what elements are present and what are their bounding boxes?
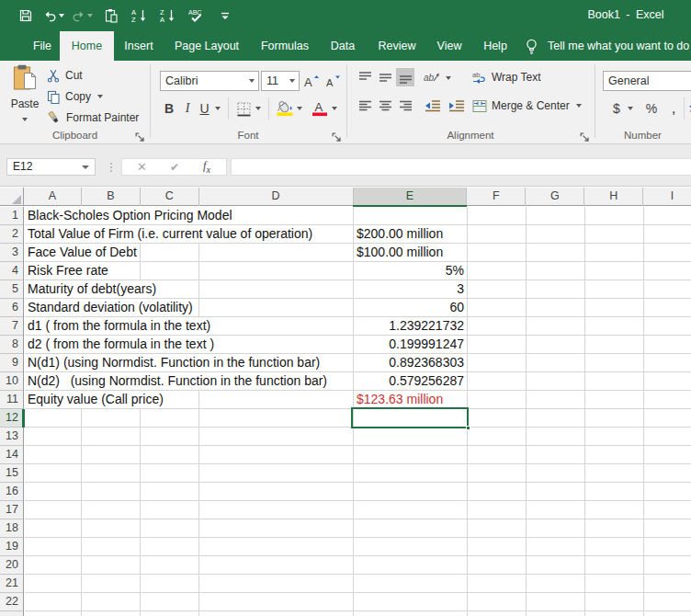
cell-A9[interactable]: N(d1) (using Normdist. Function in the f…: [25, 354, 353, 371]
fill-handle[interactable]: [466, 426, 470, 430]
cell-A17[interactable]: [25, 501, 81, 519]
row-header-10[interactable]: 10: [0, 372, 23, 390]
cell-B13[interactable]: [82, 428, 140, 445]
cell-D5[interactable]: [199, 280, 353, 298]
cell-E17[interactable]: [354, 501, 467, 519]
cell-F13[interactable]: [468, 428, 526, 445]
cell-H6[interactable]: [585, 299, 643, 316]
cell-I1[interactable]: [644, 207, 691, 224]
cell-H14[interactable]: [585, 446, 643, 463]
cell-F3[interactable]: [468, 244, 526, 261]
tab-help[interactable]: Help: [470, 31, 520, 61]
tab-data[interactable]: Data: [320, 31, 366, 61]
column-header-B[interactable]: B: [82, 188, 141, 206]
cell-D12[interactable]: [199, 409, 353, 427]
cell-C12[interactable]: [141, 409, 198, 427]
cell-C19[interactable]: [141, 538, 198, 555]
cell-B14[interactable]: [82, 446, 140, 463]
cell-E2[interactable]: $200.00 million: [354, 225, 467, 243]
cell-C3[interactable]: [141, 244, 198, 261]
cell-I6[interactable]: [644, 299, 691, 316]
cell-D17[interactable]: [199, 501, 353, 519]
cell-H4[interactable]: [585, 262, 643, 279]
align-left-button[interactable]: [356, 97, 374, 115]
cell-G22[interactable]: [527, 593, 584, 610]
increase-decimal-button[interactable]: .00: [687, 97, 691, 120]
cell-H17[interactable]: [585, 501, 643, 519]
cell-I18[interactable]: [644, 519, 691, 537]
cell-H18[interactable]: [585, 519, 643, 537]
tab-file[interactable]: File: [25, 31, 60, 61]
cell-A18[interactable]: [25, 519, 81, 537]
decrease-font-size-button[interactable]: A: [323, 71, 342, 91]
cell-C21[interactable]: [141, 575, 198, 592]
row-header-3[interactable]: 3: [0, 244, 23, 261]
cut-button[interactable]: Cut: [47, 65, 83, 86]
cell-A2[interactable]: Total Value of Firm (i.e. current value …: [25, 225, 353, 243]
cell-I2[interactable]: [644, 225, 691, 243]
cell-E16[interactable]: [354, 483, 467, 500]
font-color-button[interactable]: A: [309, 97, 331, 120]
row-header-15[interactable]: 15: [0, 464, 23, 482]
cell-H11[interactable]: [585, 391, 643, 408]
cell-F1[interactable]: [468, 207, 526, 224]
row-header-1[interactable]: 1: [0, 207, 23, 224]
cell-A7[interactable]: d1 ( from the formula in the text): [25, 317, 353, 335]
row-header-17[interactable]: 17: [0, 501, 23, 519]
cell-H9[interactable]: [585, 354, 643, 371]
align-center-button[interactable]: [376, 97, 394, 115]
font-size-combo[interactable]: 11: [261, 71, 300, 91]
wrap-text-button[interactable]: ab Wrap Text: [472, 67, 541, 87]
cell-F12[interactable]: [468, 409, 526, 427]
cell-F6[interactable]: [468, 299, 526, 316]
cell-G10[interactable]: [527, 372, 584, 390]
cell-D16[interactable]: [199, 483, 353, 500]
bottom-align-button[interactable]: [396, 68, 414, 86]
fill-color-button[interactable]: [274, 97, 296, 120]
cell-I10[interactable]: [644, 372, 691, 390]
cell-G6[interactable]: [527, 299, 584, 316]
redo-button[interactable]: [68, 0, 96, 31]
cell-B20[interactable]: [82, 556, 140, 574]
middle-align-button[interactable]: [376, 68, 394, 86]
row-header-23[interactable]: [0, 611, 23, 616]
cell-H2[interactable]: [585, 225, 643, 243]
cell-I17[interactable]: [644, 501, 691, 519]
row-header-6[interactable]: 6: [0, 299, 23, 316]
row-header-11[interactable]: 11: [0, 391, 23, 408]
cell-G14[interactable]: [527, 446, 584, 463]
cell-A1[interactable]: Black-Scholes Option Pricing Model: [25, 207, 353, 224]
row-header-8[interactable]: 8: [0, 336, 23, 353]
cell-C15[interactable]: [141, 464, 198, 482]
cell-F21[interactable]: [468, 575, 526, 592]
alignment-dialog-launcher[interactable]: [580, 132, 591, 143]
cell-E21[interactable]: [354, 575, 467, 592]
formula-bar-resize-handle[interactable]: [108, 158, 114, 176]
cell-E4[interactable]: 5%: [354, 262, 467, 279]
cell-E20[interactable]: [354, 556, 467, 574]
column-header-F[interactable]: F: [467, 188, 526, 206]
row-header-21[interactable]: 21: [0, 575, 23, 592]
cell-H5[interactable]: [585, 280, 643, 298]
cell-F4[interactable]: [468, 262, 526, 279]
tab-review[interactable]: Review: [366, 31, 428, 61]
cell-D11[interactable]: [199, 391, 353, 408]
row-header-5[interactable]: 5: [0, 280, 23, 298]
row-header-4[interactable]: 4: [0, 262, 23, 279]
row-header-14[interactable]: 14: [0, 446, 23, 463]
cell-G20[interactable]: [527, 556, 584, 574]
cell-A6[interactable]: Standard deviation (volatility): [25, 299, 198, 316]
cell-A14[interactable]: [25, 446, 81, 463]
orientation-button[interactable]: ab: [422, 68, 442, 86]
select-all-corner[interactable]: [0, 188, 24, 206]
cell-C16[interactable]: [141, 483, 198, 500]
cell-I12[interactable]: [644, 409, 691, 427]
column-header-H[interactable]: H: [584, 188, 643, 206]
column-header-I[interactable]: I: [643, 188, 691, 206]
cell-I21[interactable]: [644, 575, 691, 592]
cell-H21[interactable]: [585, 575, 643, 592]
cell-I7[interactable]: [644, 317, 691, 335]
borders-button[interactable]: [233, 97, 254, 120]
cell-I23[interactable]: [644, 611, 691, 616]
cell-C13[interactable]: [141, 428, 198, 445]
